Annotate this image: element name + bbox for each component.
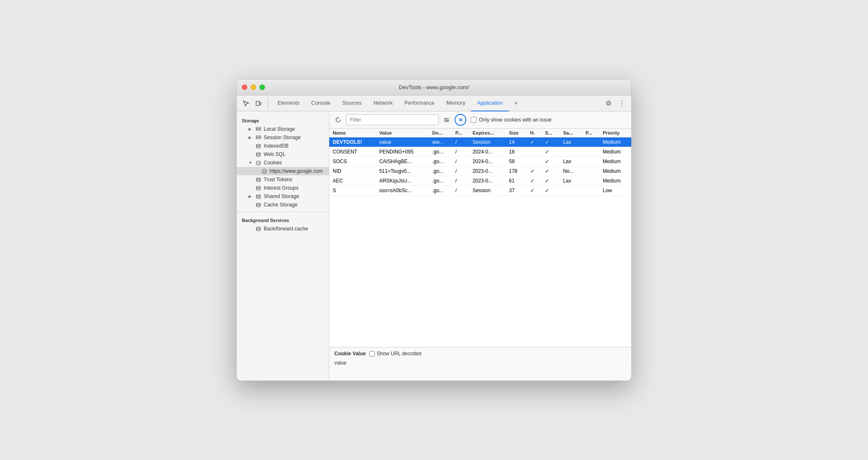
traffic-lights: [242, 85, 265, 90]
minimize-button[interactable]: [251, 85, 256, 90]
table-cell: 58: [505, 157, 527, 167]
table-cell: value: [376, 137, 429, 147]
table-cell: ✓: [542, 157, 560, 167]
sidebar-item-web-sql[interactable]: ▶ Web SQL: [237, 150, 329, 159]
sidebar: Storage ▶ Local Storage ▶: [237, 111, 329, 381]
table-cell: [582, 137, 599, 147]
tab-bar: Elements Console Sources Network Perform…: [237, 95, 631, 111]
table-cell: sso=sA0bSc...: [376, 186, 429, 196]
table-row[interactable]: NID511=Tsugv0....go.../2023-0...178✓✓No.…: [329, 167, 631, 176]
table-cell: 2024-0...: [469, 147, 506, 157]
table-cell: Medium: [599, 176, 631, 186]
table-cell: Lax: [560, 157, 582, 167]
cookie-icon: [261, 168, 267, 174]
tab-application[interactable]: Application: [471, 95, 508, 111]
bg-services-title: Background Services: [237, 214, 329, 225]
refresh-button[interactable]: [333, 114, 344, 125]
table-cell: [560, 186, 582, 196]
sidebar-item-local-storage[interactable]: ▶ Local Storage: [237, 125, 329, 133]
sidebar-item-google-cookies[interactable]: ▶ https://www.google.com: [237, 167, 329, 175]
close-button[interactable]: [242, 85, 247, 90]
table-cell: Low: [599, 186, 631, 196]
table-cell: /: [452, 157, 469, 167]
table-cell: ✓: [527, 137, 542, 147]
table-cell: DEVTOOLS!: [329, 137, 376, 147]
col-samesite[interactable]: Sa...: [560, 129, 582, 137]
more-options-icon[interactable]: ⋮: [616, 98, 628, 109]
tab-sources[interactable]: Sources: [336, 95, 368, 111]
col-httponly[interactable]: H.: [527, 129, 542, 137]
sidebar-item-trust-tokens[interactable]: ▶ Trust Tokens: [237, 175, 329, 184]
sidebar-label: Cookies: [264, 160, 282, 166]
svg-point-6: [257, 144, 260, 145]
col-value[interactable]: Value: [376, 129, 429, 137]
table-cell: 2024-0...: [469, 157, 506, 167]
sidebar-item-shared-storage[interactable]: ▶ Shared Storage: [237, 192, 329, 201]
sidebar-item-cache-storage[interactable]: ▶ Cache Storage: [237, 201, 329, 209]
table-cell: ARSKqsJsU...: [376, 176, 429, 186]
devtools-window: DevTools - www.google.com/ Elements Cons…: [236, 79, 632, 381]
tab-elements[interactable]: Elements: [272, 95, 305, 111]
show-url-decoded-checkbox[interactable]: [369, 351, 375, 357]
col-priority[interactable]: Priority: [599, 129, 631, 137]
table-cell: CAISHAgBE...: [376, 157, 429, 167]
device-toolbar-icon[interactable]: [253, 98, 265, 109]
table-cell: AEC: [329, 176, 376, 186]
table-cell: [582, 176, 599, 186]
window-title: DevTools - www.google.com/: [399, 84, 469, 90]
col-priority-short[interactable]: P...: [582, 129, 599, 137]
settings-icon[interactable]: ⚙: [603, 98, 614, 109]
sidebar-item-indexeddb[interactable]: ▶ IndexedDB: [237, 142, 329, 150]
tab-console[interactable]: Console: [305, 95, 336, 111]
maximize-button[interactable]: [259, 85, 265, 90]
content-toolbar: ✕ Only show cookies with an issue: [329, 111, 631, 129]
table-row[interactable]: CONSENTPENDING+095.go.../2024-0...18✓Med…: [329, 147, 631, 157]
col-size[interactable]: Size: [505, 129, 527, 137]
expand-arrow: ▶: [249, 135, 253, 140]
bottom-panel: Cookie Value Show URL decoded value: [329, 347, 631, 381]
col-name[interactable]: Name: [329, 129, 376, 137]
clear-filter-button[interactable]: ✕: [455, 114, 466, 126]
table-cell: NID: [329, 167, 376, 176]
svg-point-26: [445, 118, 446, 119]
table-cell: .go...: [429, 167, 452, 176]
table-row[interactable]: SOCSCAISHAgBE....go.../2024-0...58✓LaxMe…: [329, 157, 631, 167]
sidebar-item-session-storage[interactable]: ▶ Session Storage: [237, 133, 329, 142]
svg-rect-4: [256, 136, 261, 137]
svg-point-12: [259, 163, 259, 164]
sidebar-label: Cache Storage: [264, 202, 297, 208]
svg-point-9: [257, 162, 258, 163]
svg-point-10: [259, 162, 259, 163]
sidebar-label: Web SQL: [264, 151, 286, 157]
tab-memory[interactable]: Memory: [440, 95, 471, 111]
table-row[interactable]: DEVTOOLS!valueww.../Session14✓✓LaxMedium: [329, 137, 631, 147]
sidebar-item-cookies[interactable]: ▼ Cookies: [237, 159, 329, 167]
only-issues-checkbox[interactable]: [471, 117, 476, 123]
db-icon: [255, 143, 261, 149]
table-cell: 2023-0...: [469, 167, 506, 176]
table-cell: 61: [505, 176, 527, 186]
tab-network[interactable]: Network: [368, 95, 399, 111]
col-secure[interactable]: S...: [542, 129, 560, 137]
more-tabs-button[interactable]: »: [509, 95, 524, 111]
table-cell: Lax: [560, 176, 582, 186]
sidebar-item-interest-groups[interactable]: ▶ Interest Groups: [237, 184, 329, 192]
tab-performance[interactable]: Performance: [399, 95, 441, 111]
table-cell: No...: [560, 167, 582, 176]
table-row[interactable]: Ssso=sA0bSc....go.../Session37✓✓Low: [329, 186, 631, 196]
show-url-checkbox-label[interactable]: Show URL decoded: [369, 351, 421, 357]
filter-settings-icon[interactable]: [441, 114, 452, 125]
main-area: Storage ▶ Local Storage ▶: [237, 111, 631, 381]
filter-input[interactable]: [346, 114, 439, 125]
col-expires[interactable]: Expires...: [469, 129, 506, 137]
svg-point-22: [257, 227, 260, 228]
inspect-icon[interactable]: [240, 98, 252, 109]
titlebar: DevTools - www.google.com/: [237, 79, 631, 95]
col-domain[interactable]: Do...: [429, 129, 452, 137]
table-cell: /: [452, 137, 469, 147]
table-header-row: Name Value Do... P... Expires... Size H.…: [329, 129, 631, 137]
table-row[interactable]: AECARSKqsJsU....go.../2023-0...61✓✓LaxMe…: [329, 176, 631, 186]
table-cell: SOCS: [329, 157, 376, 167]
sidebar-item-back-forward-cache[interactable]: ▶ Back/forward cache: [237, 225, 329, 233]
col-path[interactable]: P...: [452, 129, 469, 137]
